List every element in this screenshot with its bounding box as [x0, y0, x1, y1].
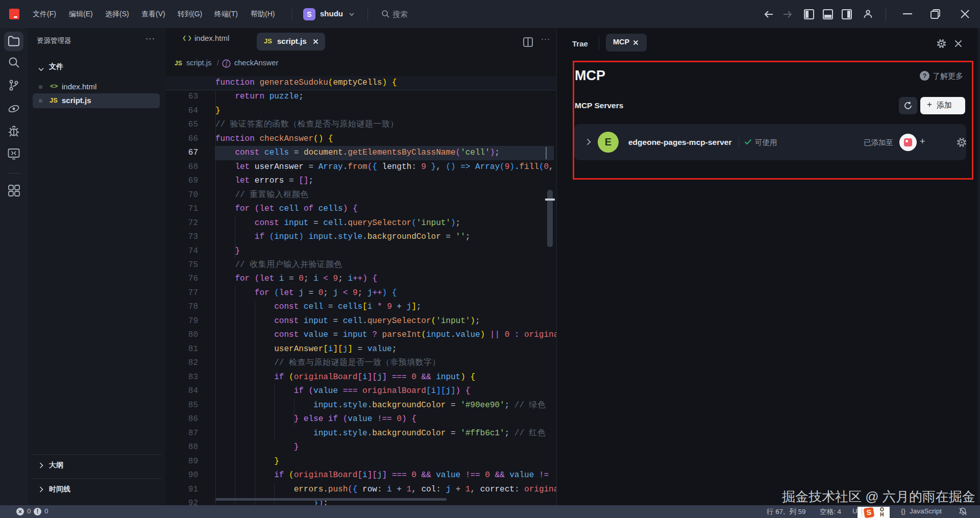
svg-text:f: f — [226, 60, 228, 67]
